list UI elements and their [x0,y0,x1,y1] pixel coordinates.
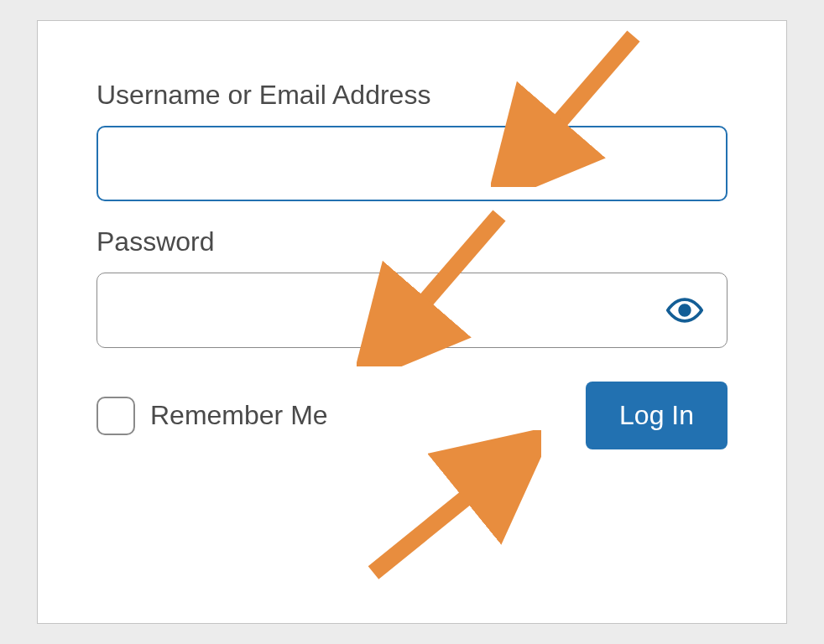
login-bottom-row: Remember Me Log In [96,382,728,449]
password-label: Password [96,226,728,257]
login-button[interactable]: Log In [586,382,728,449]
eye-icon [666,292,703,329]
login-button-label: Log In [619,400,694,430]
remember-me-label: Remember Me [150,400,328,431]
svg-line-6 [373,465,506,573]
toggle-password-visibility-button[interactable] [664,289,706,331]
arrow-annotation-icon [357,430,541,581]
login-card: Username or Email Address Password Remem… [37,20,787,624]
password-input[interactable] [96,273,728,348]
password-wrap [96,273,728,348]
password-group: Password [96,226,728,348]
username-input[interactable] [96,126,728,201]
username-group: Username or Email Address [96,80,728,201]
svg-point-0 [680,305,690,315]
remember-me-wrap: Remember Me [96,397,328,435]
remember-me-checkbox[interactable] [96,397,135,435]
username-label: Username or Email Address [96,80,728,111]
